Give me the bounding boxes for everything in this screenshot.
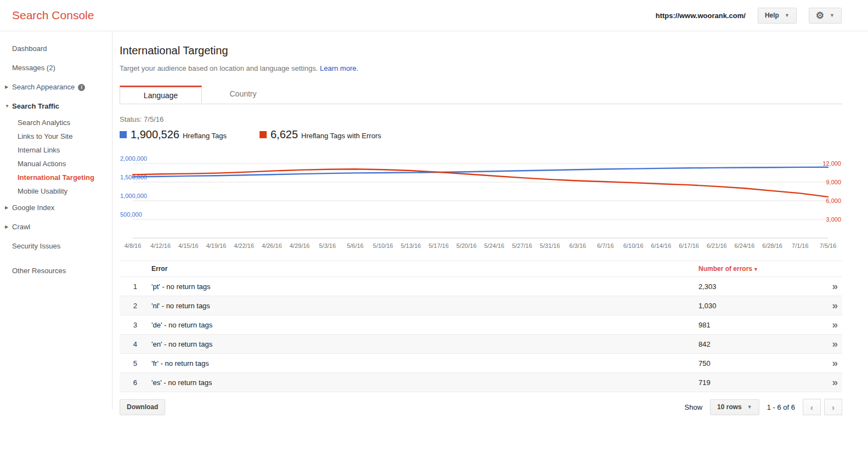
prev-page-button[interactable]: ‹	[803, 399, 821, 415]
sidebar-item-google-index[interactable]: ▶Google Index	[0, 198, 112, 217]
row-error-count: 1,030	[686, 302, 818, 310]
sidebar-item-label: Dashboard	[12, 44, 47, 53]
row-detail-chevron-icon[interactable]: »	[832, 357, 837, 369]
row-index: 6	[120, 378, 142, 387]
x-axis-tick-label: 5/3/16	[319, 242, 336, 249]
legend-label: Hreflang Tags	[183, 132, 227, 140]
x-axis-tick-label: 5/13/16	[401, 242, 421, 249]
x-axis-tick-label: 7/5/16	[820, 242, 837, 249]
page-subtitle-text: Target your audience based on location a…	[120, 64, 318, 72]
header-right: https://www.woorank.com/ Help ▼ ⚙ ▼	[656, 8, 842, 24]
chart-legend: 1,900,526 Hreflang Tags 6,625 Hreflang T…	[120, 128, 842, 141]
pagination-controls: Show 10 rows ▼ 1 - 6 of 6 ‹ ›	[685, 399, 842, 415]
right-axis-tick-label: 9,000	[826, 179, 841, 185]
x-axis-tick-label: 5/31/16	[540, 242, 560, 249]
sidebar-item-label: Other Resources	[12, 267, 66, 275]
row-error-count: 750	[686, 359, 818, 367]
status-text: Status: 7/5/16	[120, 115, 842, 123]
x-axis-tick-label: 7/1/16	[792, 242, 809, 249]
sidebar-item-international-targeting[interactable]: International Targeting	[0, 171, 112, 184]
sidebar-item-label: Search Appearance	[12, 83, 75, 91]
row-detail-chevron-icon[interactable]: »	[832, 338, 837, 349]
tab-country[interactable]: Country	[202, 86, 284, 104]
row-index: 5	[120, 359, 142, 367]
sidebar-item-label: Internal Links	[18, 146, 60, 154]
row-error-label: 'de' - no return tags	[142, 321, 686, 329]
table-row: 4'en' - no return tags842»	[120, 335, 842, 354]
sidebar-item-label: Crawl	[12, 223, 30, 231]
sidebar-item-search-analytics[interactable]: Search Analytics	[0, 116, 112, 129]
row-detail-chevron-icon[interactable]: »	[832, 376, 837, 388]
column-header-error[interactable]: Error	[142, 265, 686, 273]
column-header-number-of-errors[interactable]: Number of errors▼	[686, 265, 818, 273]
table-row: 6'es' - no return tags719»	[120, 373, 842, 392]
x-axis-tick-label: 6/28/16	[762, 242, 782, 249]
row-error-label: 'pt' - no return tags	[142, 282, 686, 291]
chevron-collapsed-icon[interactable]: ▶	[5, 205, 8, 210]
table-row: 2'nl' - no return tags1,030»	[120, 296, 842, 315]
chevron-collapsed-icon[interactable]: ▶	[5, 84, 8, 89]
x-axis-tick-label: 4/29/16	[290, 242, 310, 249]
site-url: https://www.woorank.com/	[656, 12, 746, 20]
x-axis-tick-label: 5/6/16	[347, 242, 364, 249]
sidebar-item-search-appearance[interactable]: ▶Search Appearancei	[0, 77, 112, 97]
sidebar-item-search-traffic[interactable]: ▼Search Traffic	[0, 97, 112, 116]
right-axis-tick-label: 3,000	[826, 216, 841, 223]
tab-language[interactable]: Language	[120, 86, 202, 104]
row-error-count: 2,303	[686, 282, 818, 291]
x-axis-tick-label: 6/3/16	[570, 242, 587, 249]
page-subtitle: Target your audience based on location a…	[120, 64, 842, 72]
row-detail-chevron-icon[interactable]: »	[832, 299, 837, 311]
legend-item-hreflang-tags: 1,900,526 Hreflang Tags	[120, 128, 227, 141]
download-button[interactable]: Download	[120, 399, 165, 415]
sidebar-item-dashboard[interactable]: Dashboard	[0, 39, 112, 58]
chevron-collapsed-icon[interactable]: ▶	[5, 224, 8, 229]
x-axis-tick-label: 5/20/16	[456, 242, 477, 249]
rows-per-page-dropdown[interactable]: 10 rows ▼	[710, 399, 759, 415]
sidebar-item-security-issues[interactable]: Security Issues	[0, 236, 112, 256]
x-axis-tick-label: 5/17/16	[429, 242, 449, 249]
sidebar-item-links-to-your-site[interactable]: Links to Your Site	[0, 129, 112, 143]
row-error-label: 'es' - no return tags	[142, 378, 686, 387]
legend-label: Hreflang Tags with Errors	[301, 132, 381, 140]
x-axis-tick-label: 4/12/16	[150, 242, 171, 249]
row-detail-chevron-icon[interactable]: »	[832, 280, 837, 292]
row-index: 3	[120, 321, 142, 329]
x-axis-tick-label: 4/26/16	[262, 242, 282, 249]
info-icon[interactable]: i	[78, 84, 85, 91]
row-error-label: 'en' - no return tags	[142, 340, 686, 348]
x-axis-tick-label: 6/24/16	[735, 242, 755, 249]
sidebar-item-messages-2[interactable]: Messages (2)	[0, 58, 112, 77]
row-error-label: 'nl' - no return tags	[142, 302, 686, 310]
row-index: 2	[120, 302, 142, 310]
tab-bar: Language Country	[120, 86, 842, 104]
x-axis-tick-label: 5/27/16	[512, 242, 532, 249]
help-button[interactable]: Help ▼	[758, 8, 797, 24]
next-page-button[interactable]: ›	[824, 399, 842, 415]
row-error-count: 842	[686, 340, 818, 348]
table-row: 5'fr' - no return tags750»	[120, 354, 842, 373]
x-axis-tick-label: 6/14/16	[651, 242, 672, 249]
sidebar-item-crawl[interactable]: ▶Crawl	[0, 217, 112, 236]
chevron-expanded-icon[interactable]: ▼	[5, 104, 9, 109]
row-range-label: 1 - 6 of 6	[767, 403, 795, 411]
sidebar-item-label: Messages (2)	[12, 64, 55, 72]
chevron-down-icon: ▼	[830, 13, 835, 18]
sidebar-item-label: Manual Actions	[18, 160, 66, 168]
sidebar-item-label: Google Index	[12, 203, 54, 212]
x-axis-tick-label: 6/10/16	[623, 242, 644, 249]
sidebar-item-mobile-usability[interactable]: Mobile Usability	[0, 184, 112, 198]
chevron-down-icon: ▼	[747, 404, 752, 410]
app-logo[interactable]: Search Console	[12, 9, 94, 22]
settings-button[interactable]: ⚙ ▼	[809, 8, 842, 24]
sidebar-item-internal-links[interactable]: Internal Links	[0, 143, 112, 157]
sidebar-item-manual-actions[interactable]: Manual Actions	[0, 157, 112, 171]
show-label: Show	[685, 403, 703, 411]
x-axis-tick-label: 4/22/16	[234, 242, 254, 249]
row-detail-chevron-icon[interactable]: »	[832, 319, 837, 330]
learn-more-link[interactable]: Learn more.	[320, 64, 358, 72]
x-axis-tick-label: 4/8/16	[125, 242, 142, 249]
sidebar-item-label: Links to Your Site	[18, 132, 72, 140]
left-axis-tick-label: 2,000,000	[120, 155, 147, 162]
sidebar-item-other-resources[interactable]: Other Resources	[0, 261, 112, 280]
